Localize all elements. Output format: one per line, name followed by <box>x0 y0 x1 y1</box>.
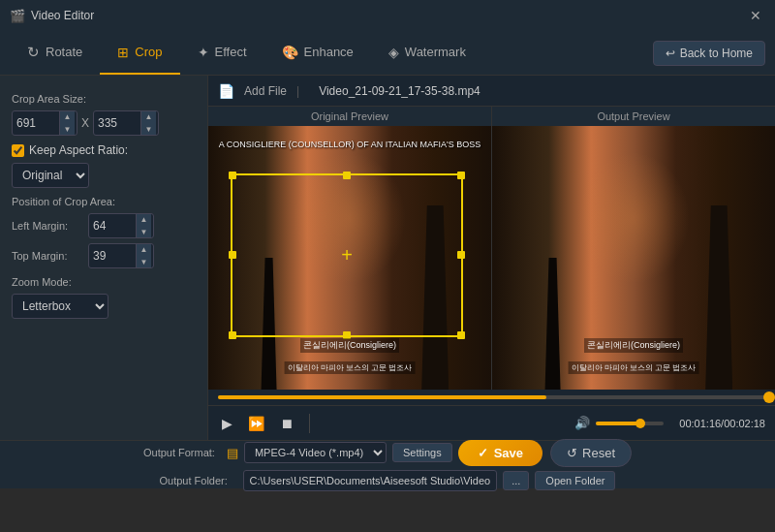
crop-overlay[interactable]: + <box>231 173 462 337</box>
volume-slider[interactable] <box>596 422 664 425</box>
zoom-mode-select[interactable]: Letterbox Pan & Scan Full <box>12 294 108 319</box>
volume-icon: 🔊 <box>574 416 590 430</box>
left-panel: Crop Area Size: ▲ ▼ X ▲ ▼ Keep Aspect Ra… <box>0 76 208 440</box>
top-margin-label: Top Margin: <box>12 250 84 262</box>
width-spinners: ▲ ▼ <box>59 110 75 136</box>
original-preview-label: Original Preview <box>311 107 388 126</box>
x-separator: X <box>81 116 89 130</box>
reset-icon: ↺ <box>567 446 577 460</box>
left-margin-label: Left Margin: <box>12 220 84 232</box>
save-button[interactable]: ✓ Save <box>458 440 542 466</box>
width-up-button[interactable]: ▲ <box>60 110 75 123</box>
output-subtitle-bottom2: 이탈리아 마피아 보스의 고문 법조사 <box>569 361 699 374</box>
width-input-wrapper: ▲ ▼ <box>12 110 78 136</box>
controls-separator <box>309 414 310 433</box>
controls-bar: ▶ ⏩ ⏹ 🔊 00:01:16/00:02:18 <box>208 405 775 440</box>
effect-icon: ✦ <box>198 45 209 60</box>
title-bar: 🎬 Video Editor ✕ <box>0 0 775 31</box>
height-input-wrapper: ▲ ▼ <box>93 110 159 136</box>
output-scene-glow <box>577 152 691 284</box>
crop-handle-tl[interactable] <box>229 172 236 179</box>
height-down-button[interactable]: ▼ <box>141 123 156 136</box>
height-input[interactable] <box>94 114 140 132</box>
output-preview-pane: Output Preview 콘실리에리(Consigliere) 이탈리아 마… <box>492 107 775 390</box>
output-format-label: Output Format: <box>143 447 221 458</box>
file-icon: 📄 <box>218 83 234 99</box>
tab-crop[interactable]: ⊞ Crop <box>100 31 179 75</box>
volume-area: 🔊 <box>574 416 664 430</box>
original-preview-video: A CONSIGLIERE (COUNSELLOR) OF AN ITALIAN… <box>208 126 491 390</box>
width-input[interactable] <box>13 114 59 132</box>
scrubber-fill <box>218 395 546 399</box>
left-margin-row: Left Margin: ▲ ▼ <box>12 213 196 238</box>
subtitle-bottom: 콘실리에리(Consigliere) <box>300 338 399 353</box>
top-margin-spinners: ▲ ▼ <box>136 243 151 268</box>
tab-rotate[interactable]: ↻ Rotate <box>10 31 100 75</box>
left-margin-down[interactable]: ▼ <box>137 226 151 238</box>
forward-button[interactable]: ⏩ <box>244 414 268 433</box>
scrubber-track[interactable] <box>218 395 765 399</box>
time-display: 00:01:16/00:02:18 <box>679 418 765 429</box>
subtitle-top: A CONSIGLIERE (COUNSELLOR) OF AN ITALIAN… <box>219 140 481 149</box>
left-margin-input[interactable] <box>89 217 136 235</box>
height-up-button[interactable]: ▲ <box>141 110 156 123</box>
close-button[interactable]: ✕ <box>746 6 765 25</box>
volume-thumb[interactable] <box>636 419 645 428</box>
watermark-icon: ◈ <box>388 45 399 60</box>
left-margin-input-wrapper: ▲ ▼ <box>88 213 154 238</box>
keep-aspect-label: Keep Aspect Ratio: <box>29 143 128 157</box>
format-icon: ▤ <box>227 446 238 460</box>
add-file-button[interactable]: Add File <box>244 84 287 98</box>
save-check-icon: ✓ <box>478 446 488 460</box>
output-preview-label: Output Preview <box>597 107 669 126</box>
crop-handle-tr[interactable] <box>457 172 465 179</box>
aspect-ratio-row: Keep Aspect Ratio: <box>12 143 196 157</box>
scrubber-area <box>208 390 775 405</box>
tab-watermark[interactable]: ◈ Watermark <box>371 31 483 75</box>
aspect-select[interactable]: Original 16:9 4:3 <box>12 163 89 188</box>
file-bar: 📄 Add File | Video_21-09-21_17-35-38.mp4 <box>208 76 775 107</box>
crop-handle-ml[interactable] <box>229 251 236 259</box>
format-select[interactable]: MPEG-4 Video (*.mp4) AVI Video MOV Video <box>244 442 387 463</box>
browse-folder-button[interactable]: ... <box>503 471 529 490</box>
width-down-button[interactable]: ▼ <box>60 123 75 136</box>
output-subtitle-bottom: 콘실리에리(Consigliere) <box>584 338 683 353</box>
folder-line: Output Folder: C:\Users\USER\Documents\A… <box>160 470 616 491</box>
position-label: Position of Crop Area: <box>12 196 196 207</box>
crop-handle-br[interactable] <box>457 331 465 339</box>
file-name: Video_21-09-21_17-35-38.mp4 <box>319 84 480 98</box>
format-line: Output Format: ▤ MPEG-4 Video (*.mp4) AV… <box>143 439 632 467</box>
action-buttons: ✓ Save ↺ Reset <box>458 439 632 467</box>
main-area: Crop Area Size: ▲ ▼ X ▲ ▼ Keep Aspect Ra… <box>0 76 775 440</box>
keep-aspect-checkbox[interactable] <box>12 144 24 157</box>
left-margin-spinners: ▲ ▼ <box>136 213 151 238</box>
top-margin-down[interactable]: ▼ <box>137 256 151 268</box>
top-margin-up[interactable]: ▲ <box>137 243 151 256</box>
height-spinners: ▲ ▼ <box>140 110 156 136</box>
tab-bar: ↻ Rotate ⊞ Crop ✦ Effect 🎨 Enhance ◈ Wat… <box>0 31 775 76</box>
enhance-icon: 🎨 <box>282 45 298 60</box>
subtitle-bottom2: 이탈리아 마피아 보스의 고문 법조사 <box>285 361 416 374</box>
play-button[interactable]: ▶ <box>218 414 236 433</box>
crop-handle-bl[interactable] <box>229 331 236 339</box>
left-margin-up[interactable]: ▲ <box>137 213 151 226</box>
tab-effect[interactable]: ✦ Effect <box>180 31 264 75</box>
app-icon: 🎬 <box>10 9 25 23</box>
back-icon: ↩ <box>666 47 675 60</box>
app-title: 🎬 Video Editor <box>10 9 94 23</box>
back-to-home-button[interactable]: ↩ Back to Home <box>653 41 765 66</box>
crop-handle-mr[interactable] <box>457 251 465 259</box>
folder-path-display: C:\Users\USER\Documents\Aiseesoft Studio… <box>243 470 498 491</box>
output-folder-label: Output Folder: <box>160 475 237 486</box>
top-margin-row: Top Margin: ▲ ▼ <box>12 243 196 268</box>
reset-button[interactable]: ↺ Reset <box>550 439 632 467</box>
crop-size-label: Crop Area Size: <box>12 93 196 105</box>
stop-button[interactable]: ⏹ <box>276 414 297 433</box>
scrubber-thumb[interactable] <box>763 391 775 403</box>
top-margin-input[interactable] <box>89 247 136 265</box>
top-margin-input-wrapper: ▲ ▼ <box>88 243 154 268</box>
tab-enhance[interactable]: 🎨 Enhance <box>264 31 371 75</box>
open-folder-button[interactable]: Open Folder <box>535 471 615 490</box>
crop-handle-tm[interactable] <box>343 172 351 179</box>
settings-button[interactable]: Settings <box>392 443 452 462</box>
